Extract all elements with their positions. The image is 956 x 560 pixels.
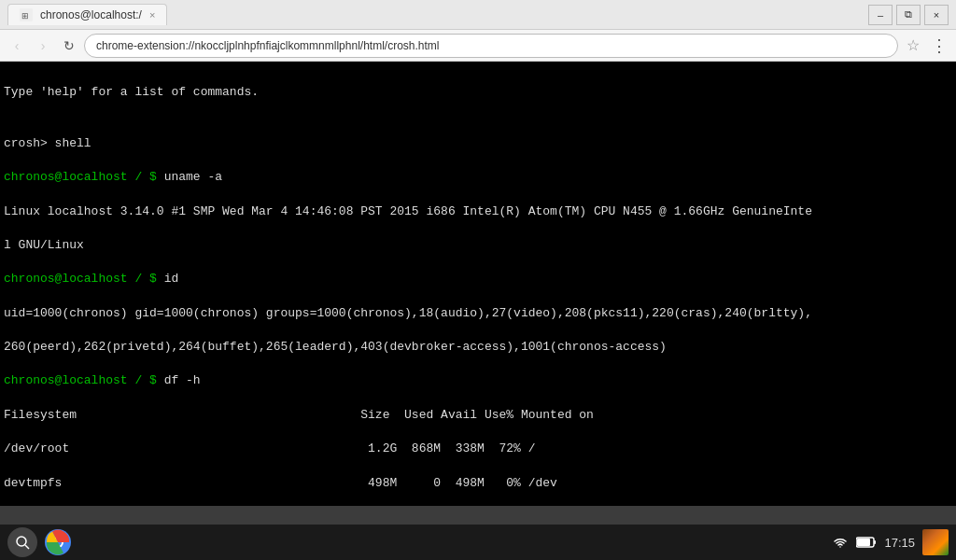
window-controls: – ⧉ × xyxy=(868,5,949,25)
avatar-image xyxy=(922,529,949,555)
taskbar: 17:15 xyxy=(0,525,956,560)
tab-favicon: ⊞ xyxy=(20,8,33,21)
tab-label: chronos@localhost:/ xyxy=(40,8,142,21)
terminal-prompt3: chronos@localhost / $ xyxy=(4,373,164,387)
battery-icon xyxy=(856,536,877,549)
terminal-prompt1: chronos@localhost / $ xyxy=(4,170,164,184)
terminal-prompt2: chronos@localhost / $ xyxy=(4,272,164,286)
refresh-button[interactable]: ↻ xyxy=(58,35,80,57)
svg-rect-8 xyxy=(857,539,870,546)
search-button[interactable] xyxy=(7,527,37,557)
terminal-cmd1: uname -a xyxy=(164,170,222,184)
browser-tab[interactable]: ⊞ chronos@localhost:/ × xyxy=(7,4,167,25)
svg-point-2 xyxy=(17,537,26,546)
svg-line-3 xyxy=(25,545,29,549)
terminal-line9: 260(peerd),262(privetd),264(buffet),265(… xyxy=(4,340,667,354)
terminal-line13: devtmpfs 498M 0 498M 0% /dev xyxy=(4,476,557,490)
tab-close-button[interactable]: × xyxy=(149,9,155,21)
terminal-line3: crosh> shell xyxy=(4,136,91,150)
titlebar: ⊞ chronos@localhost:/ × – ⧉ × xyxy=(0,0,956,30)
chrome-launcher-button[interactable] xyxy=(43,527,73,557)
terminal-line12: /dev/root 1.2G 868M 338M 72% / xyxy=(4,441,536,455)
svg-rect-9 xyxy=(874,540,876,544)
clock: 17:15 xyxy=(884,536,915,550)
terminal-line8: uid=1000(chronos) gid=1000(chronos) grou… xyxy=(4,306,812,320)
wifi-icon xyxy=(832,534,849,551)
taskbar-right: 17:15 xyxy=(832,529,949,555)
terminal-line5: Linux localhost 3.14.0 #1 SMP Wed Mar 4 … xyxy=(4,204,812,218)
menu-button[interactable]: ⋮ xyxy=(928,35,950,57)
back-button[interactable]: ‹ xyxy=(6,35,28,57)
window-close-button[interactable]: × xyxy=(924,5,949,25)
terminal-line1: Type 'help' for a list of commands. xyxy=(4,85,259,99)
maximize-button[interactable]: ⧉ xyxy=(896,5,921,25)
terminal-cmd2: id xyxy=(164,272,179,286)
bookmark-button[interactable]: ☆ xyxy=(902,35,924,57)
terminal-line6: l GNU/Linux xyxy=(4,238,84,252)
terminal-cmd3: df -h xyxy=(164,373,201,387)
svg-text:⊞: ⊞ xyxy=(21,11,29,21)
terminal[interactable]: Type 'help' for a list of commands. cros… xyxy=(0,62,956,506)
user-avatar[interactable] xyxy=(922,529,949,555)
forward-button[interactable]: › xyxy=(32,35,54,57)
url-input[interactable] xyxy=(84,34,898,58)
addressbar: ‹ › ↻ ☆ ⋮ xyxy=(0,30,956,62)
terminal-line11: Filesystem Size Used Avail Use% Mounted … xyxy=(4,408,594,422)
minimize-button[interactable]: – xyxy=(868,5,893,25)
